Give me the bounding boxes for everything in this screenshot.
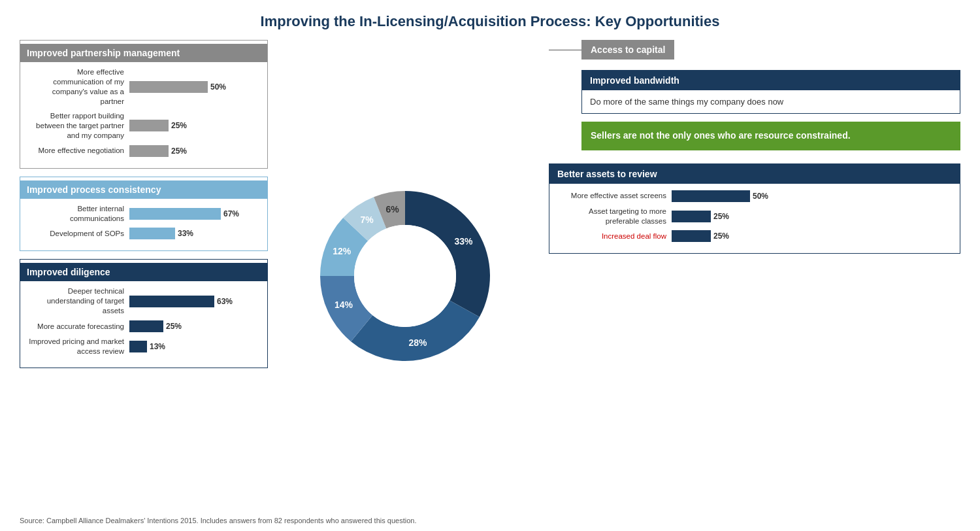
bar-row: More effective negotiation 25% <box>28 145 259 157</box>
content-area: Improved partnership management More eff… <box>20 40 960 511</box>
bar-value: 67% <box>223 209 239 218</box>
bar-value: 33% <box>178 229 193 238</box>
bar-label: More accurate forecasting <box>28 322 129 332</box>
bar-label: More effective negotiation <box>28 146 129 156</box>
donut-pct-label: 6% <box>385 203 399 214</box>
bar <box>129 145 169 157</box>
donut-hole <box>354 225 456 327</box>
center-column: 33%28%14%12%7%6% <box>268 40 542 511</box>
bar-wrap: 25% <box>129 320 259 332</box>
process-header: Improved process consistency <box>20 180 267 199</box>
bar-row: Better rapport building between the targ… <box>28 111 259 141</box>
bar <box>672 190 750 202</box>
bar <box>129 81 208 93</box>
bar-row: Development of SOPs 33% <box>28 228 259 239</box>
bar-row: Increased deal flow 25% <box>557 230 952 242</box>
bar-label: Deeper technical understanding of target… <box>28 286 129 316</box>
bar-value: 25% <box>171 121 187 130</box>
bar-wrap: 25% <box>129 120 259 131</box>
partnership-panel: Improved partnership management More eff… <box>20 40 268 169</box>
bar-wrap: 25% <box>672 230 952 242</box>
bar-wrap: 25% <box>672 211 952 222</box>
page-title: Improving the In-Licensing/Acquisition P… <box>20 13 960 30</box>
sellers-box: Sellers are not the only ones who are re… <box>581 122 960 150</box>
bar-value: 25% <box>713 212 729 221</box>
bandwidth-panel: Improved bandwidth Do more of the same t… <box>581 70 960 114</box>
access-capital-box: Access to capital <box>581 40 674 60</box>
bar-wrap: 33% <box>129 228 259 239</box>
donut-chart: 33%28%14%12%7%6% <box>304 175 506 377</box>
bar-value: 50% <box>210 82 226 92</box>
donut-pct-label: 28% <box>408 337 427 348</box>
better-assets-header: Better assets to review <box>549 164 960 184</box>
bar-row: Better internal communications 67% <box>28 204 259 224</box>
bar-wrap: 13% <box>129 341 259 352</box>
partnership-header: Improved partnership management <box>20 44 267 62</box>
bar <box>672 211 711 222</box>
bar-label: More effective asset screens <box>557 191 672 201</box>
bar-row: More effective communication of my compa… <box>28 67 259 107</box>
process-bars: Better internal communications 67% Devel… <box>28 204 259 240</box>
bar-label: Better internal communications <box>28 204 129 224</box>
bar-value: 25% <box>166 322 182 331</box>
right-column: Access to capital Improved bandwidth Do … <box>542 40 960 511</box>
bar-row: Improved pricing and market access revie… <box>28 337 259 356</box>
process-panel: Improved process consistency Better inte… <box>20 177 268 252</box>
bar-label: Improved pricing and market access revie… <box>28 337 129 356</box>
bar-label: Better rapport building between the targ… <box>28 111 129 141</box>
partnership-bars: More effective communication of my compa… <box>28 67 259 157</box>
bar-value: 25% <box>171 146 187 156</box>
donut-pct-label: 33% <box>455 236 474 247</box>
bandwidth-header: Improved bandwidth <box>582 71 960 90</box>
bar-value: 63% <box>217 297 233 306</box>
bar-row: Deeper technical understanding of target… <box>28 286 259 316</box>
bar <box>129 120 169 131</box>
bar <box>129 320 163 332</box>
bar-value: 25% <box>713 231 729 241</box>
bar-wrap: 50% <box>672 190 952 202</box>
bar-row: More effective asset screens 50% <box>557 190 952 202</box>
bar-row: More accurate forecasting 25% <box>28 320 259 332</box>
bar-wrap: 50% <box>129 81 259 93</box>
bar <box>129 341 147 352</box>
bar-label: Development of SOPs <box>28 229 129 239</box>
bar-label: Asset targeting to more preferable class… <box>557 207 672 226</box>
donut-pct-label: 12% <box>333 245 351 256</box>
diligence-panel: Improved diligence Deeper technical unde… <box>20 259 268 368</box>
bar-row: Asset targeting to more preferable class… <box>557 207 952 226</box>
bar-label: More effective communication of my compa… <box>28 67 129 107</box>
bar-wrap: 25% <box>129 145 259 157</box>
bar <box>129 296 214 307</box>
donut-pct-label: 14% <box>335 300 353 310</box>
bar-value: 13% <box>150 342 165 351</box>
donut-svg-main: 33%28%14%12%7%6% <box>304 175 506 377</box>
diligence-bars: Deeper technical understanding of target… <box>28 286 259 356</box>
bar <box>672 230 711 242</box>
access-capital-row: Access to capital <box>549 40 960 60</box>
left-column: Improved partnership management More eff… <box>20 40 268 511</box>
diligence-header: Improved diligence <box>20 263 267 281</box>
footnote: Source: Campbell Alliance Dealmakers' In… <box>20 517 960 524</box>
connector-line <box>549 50 581 50</box>
bar-label-highlight: Increased deal flow <box>557 231 672 241</box>
bar-wrap: 63% <box>129 296 259 307</box>
bar-wrap: 67% <box>129 208 259 220</box>
donut-pct-label: 7% <box>360 214 374 224</box>
better-assets-body: More effective asset screens 50% Asset t… <box>549 184 960 254</box>
bar-value: 50% <box>753 192 768 201</box>
bandwidth-body: Do more of the same things my company do… <box>582 90 960 113</box>
better-assets-panel: Better assets to review More effective a… <box>549 163 960 254</box>
bar <box>129 208 221 220</box>
bar <box>129 228 175 239</box>
page-container: Improving the In-Licensing/Acquisition P… <box>0 0 980 531</box>
